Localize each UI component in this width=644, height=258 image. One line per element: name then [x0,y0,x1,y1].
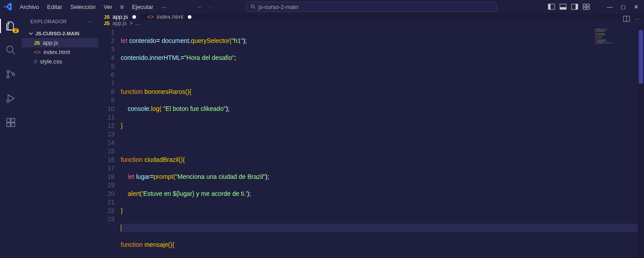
html-file-icon: <> [147,13,154,20]
css-file-icon: # [34,58,37,65]
line-gutter: 1234567891011121314151617181920212223 [98,26,121,258]
file-index-html[interactable]: <> index.html [21,47,98,57]
breadcrumb-file: app.js [112,20,127,26]
tab-index-html[interactable]: <> index.html [142,13,197,20]
nav-arrows: ← → [197,4,213,10]
split-editor-icon[interactable] [623,15,630,22]
menu-bar: Archivo Editar Selección Ver Ir Ejecutar… [16,2,170,12]
explorer-more-icon[interactable]: ··· [87,19,92,24]
code-content[interactable]: let contenido= document.querySelector("h… [121,26,644,258]
svg-rect-18 [7,118,10,122]
svg-point-17 [7,100,9,102]
svg-point-12 [7,46,13,52]
window-close-icon[interactable]: ✕ [634,4,639,10]
activity-source-control[interactable] [0,65,21,83]
window-maximize-icon[interactable]: ◻ [621,4,626,10]
window-minimize-icon[interactable]: — [607,4,613,10]
unsaved-dot-icon [188,15,191,19]
activity-explorer[interactable]: 2 [0,17,21,35]
html-file-icon: <> [34,49,41,55]
file-label: index.html [43,49,70,55]
breadcrumb[interactable]: JS app.js > ... [98,20,644,26]
js-file-icon: JS [34,40,40,46]
toggle-panel-icon[interactable] [559,3,567,10]
search-text: js-curso-2-main [258,4,299,10]
svg-rect-10 [583,7,586,9]
layout-buttons [548,3,590,10]
project-folder[interactable]: JS-CURSO-2-MAIN [21,29,98,38]
svg-rect-5 [560,7,566,9]
activity-run-debug[interactable] [0,89,21,107]
svg-rect-21 [11,123,15,127]
explorer-sidebar: EXPLORADOR ··· JS-CURSO-2-MAIN JS app.js… [21,13,98,258]
nav-back-icon[interactable]: ← [197,4,203,10]
tab-app-js[interactable]: JS app.js [98,13,142,20]
breadcrumb-more: ... [136,20,140,26]
tab-label: app.js [112,13,128,20]
menu-ver[interactable]: Ver [100,2,116,12]
title-bar: Archivo Editar Selección Ver Ir Ejecutar… [0,0,644,13]
command-center-search[interactable]: js-curso-2-main [246,2,497,12]
nav-forward-icon[interactable]: → [207,4,213,10]
activity-bar: 2 [0,13,21,258]
file-app-js[interactable]: JS app.js [21,38,98,47]
editor-scrollbar[interactable] [638,26,644,258]
svg-rect-3 [548,4,551,9]
project-name: JS-CURSO-2-MAIN [35,31,79,36]
svg-rect-19 [11,118,15,122]
explorer-badge: 2 [13,28,19,33]
menu-more[interactable]: ··· [158,2,170,12]
chevron-down-icon [28,31,34,36]
search-icon [250,4,256,9]
menu-editar[interactable]: Editar [43,2,66,12]
text-cursor [121,224,121,232]
editor-actions: ··· [623,15,640,22]
menu-ejecutar[interactable]: Ejecutar [128,2,157,12]
tab-label: index.html [157,13,183,20]
svg-point-0 [251,5,254,8]
svg-point-15 [7,76,9,78]
menu-archivo[interactable]: Archivo [16,2,42,12]
file-style-css[interactable]: # style.css [21,57,98,66]
minimap[interactable]: ▬▬ ▬▬▬▬ ▬▬▬▬▬▬ ▬▬▬▬▬▬▬▬▬ ▬▬▬▬▬ ▬▬▬▬ ▬▬▬▬… [593,26,638,80]
menu-ir[interactable]: Ir [117,2,127,12]
menu-seleccion[interactable]: Selección [67,2,99,12]
code-area[interactable]: 1234567891011121314151617181920212223 le… [98,26,644,258]
file-label: style.css [40,58,62,65]
svg-line-13 [12,51,15,54]
svg-line-1 [254,8,255,9]
explorer-title: EXPLORADOR [30,19,67,24]
editor-group: JS app.js <> index.html ··· JS app.js > … [98,13,644,258]
js-file-icon: JS [104,21,110,26]
file-label: app.js [42,39,58,46]
unsaved-dot-icon [132,15,136,19]
activity-search[interactable] [0,41,21,59]
svg-point-14 [7,71,9,73]
editor-more-icon[interactable]: ··· [635,15,640,22]
vscode-logo-icon [0,3,16,11]
svg-rect-11 [587,7,589,9]
explorer-header: EXPLORADOR ··· [21,13,98,29]
svg-rect-20 [7,123,10,127]
editor-tabs: JS app.js <> index.html ··· [98,13,644,20]
svg-rect-9 [587,4,589,6]
svg-rect-7 [576,4,578,9]
svg-rect-8 [583,4,586,6]
customize-layout-icon[interactable] [583,3,590,10]
toggle-primary-sidebar-icon[interactable] [548,3,555,10]
js-file-icon: JS [104,14,110,20]
activity-extensions[interactable] [0,114,21,131]
scrollbar-thumb[interactable] [639,30,643,84]
breadcrumb-sep: > [130,20,133,26]
toggle-secondary-sidebar-icon[interactable] [571,3,578,10]
